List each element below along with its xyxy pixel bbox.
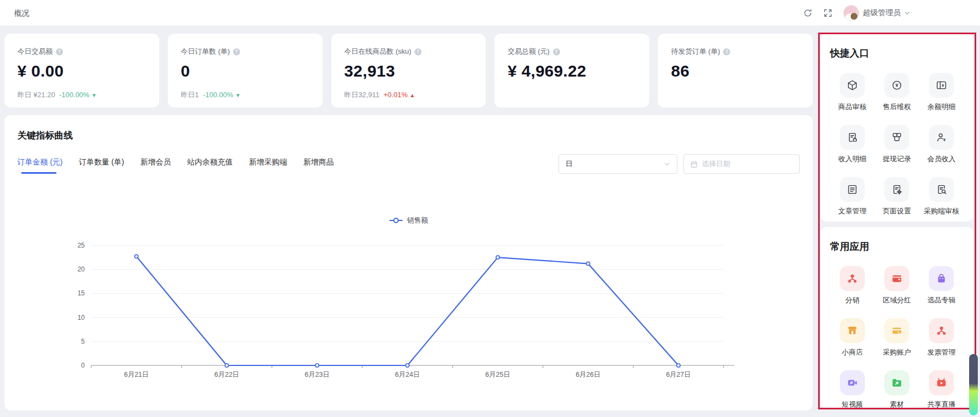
quick-entry-income-detail[interactable]: 收入明细 — [838, 125, 866, 164]
quick-entry-withdraw-records[interactable]: ¥ 提现记录 — [883, 125, 911, 164]
svg-text:¥: ¥ — [896, 133, 898, 137]
bag-glyph — [929, 266, 954, 291]
withdraw-icon: ¥ — [884, 125, 909, 150]
stat-value: ¥ 0.00 — [17, 62, 146, 80]
scrollbar-thumb[interactable] — [969, 354, 978, 415]
key-metrics-card: 关键指标曲线 订单金额 (元)订单数量 (单)新增会员站内余额充值新增采购端新增… — [4, 115, 813, 410]
quick-entry-label: 会员收入 — [927, 154, 956, 164]
quick-entry-article-manage[interactable]: 文章管理 — [838, 177, 866, 216]
svg-text:6月24日: 6月24日 — [395, 371, 420, 378]
tab-metric-2[interactable]: 新增会员 — [140, 157, 171, 174]
refresh-icon[interactable] — [803, 8, 813, 18]
app-label: 选品专辑 — [927, 295, 956, 305]
app-material[interactable]: 素材 — [884, 370, 909, 409]
tv-glyph — [929, 370, 954, 395]
app-label: 采购账户 — [883, 348, 911, 357]
store-glyph — [840, 318, 865, 343]
legend-label: 销售额 — [407, 216, 428, 225]
app-selection-album[interactable]: 选品专辑 — [927, 266, 956, 305]
app-label: 小商店 — [842, 348, 863, 357]
info-icon[interactable]: ! — [723, 48, 730, 55]
quick-entry-purchase-audit[interactable]: 采购端审核 — [924, 177, 959, 216]
app-label: 短视频 — [842, 400, 863, 409]
quick-entry-aftersale-rights[interactable]: ¥ 售后维权 — [883, 73, 911, 112]
topbar-actions: 超级管理员 — [803, 0, 910, 26]
info-icon[interactable]: ! — [414, 48, 422, 55]
svg-text:6月21日: 6月21日 — [124, 371, 149, 378]
info-icon[interactable]: ! — [56, 48, 63, 55]
doc-gear-icon — [884, 177, 909, 202]
app-invoice-manage[interactable]: 发票管理 — [927, 318, 956, 357]
tab-metric-3[interactable]: 站内余额充值 — [187, 157, 233, 174]
share-glyph — [929, 318, 954, 343]
info-icon[interactable]: ! — [553, 48, 560, 55]
stat-cards-row: 今日交易额 ! ¥ 0.00昨日 ¥21.20 -100.00% ▼ 今日订单数… — [4, 34, 813, 108]
right-panel: 快捷入口 商品审核¥ 售后维权¥ 余额明细 收入明细¥ 提现记录¥ 会员收入 文… — [820, 34, 973, 409]
stat-label: 交易总额 (元) ! — [507, 47, 636, 56]
date-placeholder: 选择日期 — [702, 159, 730, 169]
svg-text:6月22日: 6月22日 — [214, 371, 239, 378]
app-shared-live[interactable]: 共享直播 — [927, 370, 956, 409]
period-select-value: 日 — [566, 159, 573, 169]
video-glyph — [840, 370, 865, 395]
chevron-down-icon — [904, 10, 910, 16]
quick-entry-page-settings[interactable]: 页面设置 — [883, 177, 911, 216]
app-label: 素材 — [890, 400, 904, 409]
date-picker-input[interactable]: 选择日期 — [683, 154, 800, 174]
app-region-dividend[interactable]: 区域分红 — [883, 266, 911, 305]
svg-text:0: 0 — [81, 362, 85, 369]
cube-icon — [840, 73, 865, 98]
tab-metric-1[interactable]: 订单数量 (单) — [79, 157, 124, 174]
app-label: 共享直播 — [927, 400, 956, 409]
quick-entry-label: 商品审核 — [838, 102, 866, 112]
svg-text:25: 25 — [78, 242, 85, 249]
page-title: 概况 — [14, 9, 29, 18]
quick-entry-balance-detail[interactable]: ¥ 余额明细 — [927, 73, 956, 112]
quick-entry-card: 快捷入口 商品审核¥ 售后维权¥ 余额明细 收入明细¥ 提现记录¥ 会员收入 文… — [820, 34, 973, 222]
svg-text:¥: ¥ — [942, 83, 945, 88]
period-select[interactable]: 日 — [558, 154, 677, 174]
app-short-video[interactable]: 短视频 — [840, 370, 865, 409]
tab-metric-0[interactable]: 订单金额 (元) — [17, 157, 62, 174]
stat-label: 待发货订单 (单) ! — [671, 47, 800, 56]
app-label: 区域分红 — [883, 295, 911, 305]
stat-label: 今日交易额 ! — [17, 47, 146, 56]
app-purchase-account[interactable]: 采购账户 — [883, 318, 911, 357]
quick-entry-goods-audit[interactable]: 商品审核 — [838, 73, 866, 112]
svg-text:¥: ¥ — [896, 83, 899, 88]
calendar-icon — [690, 160, 698, 168]
quick-entry-label: 收入明细 — [838, 154, 866, 164]
quick-entry-label: 文章管理 — [838, 206, 866, 216]
svg-text:6月23日: 6月23日 — [305, 371, 330, 378]
legend-marker-icon — [389, 217, 403, 224]
svg-text:6月25日: 6月25日 — [485, 371, 510, 378]
quick-entry-grid: 商品审核¥ 售后维权¥ 余额明细 收入明细¥ 提现记录¥ 会员收入 文章管理 页… — [830, 73, 964, 216]
legend-item-sales[interactable]: 销售额 — [389, 216, 428, 225]
app-distribution[interactable]: 分销 — [840, 266, 865, 305]
common-apps-card: 常用应用 分销 区域分红 选品专辑 小商店 采购账户 发票管理 短视频 素材 共… — [820, 227, 973, 409]
metric-tabs: 订单金额 (元)订单数量 (单)新增会员站内余额充值新增采购端新增商品 — [17, 157, 334, 174]
stat-card-pending-ship-orders: 待发货订单 (单) ! 86 — [658, 34, 813, 108]
app-label: 分销 — [845, 295, 859, 305]
svg-text:6月27日: 6月27日 — [666, 371, 691, 378]
quick-entry-label: 售后维权 — [883, 102, 911, 112]
svg-text:¥: ¥ — [943, 137, 946, 142]
stat-value: 32,913 — [344, 62, 473, 80]
app-mini-shop[interactable]: 小商店 — [840, 318, 865, 357]
avatar[interactable] — [843, 5, 859, 21]
stat-value: ¥ 4,969.22 — [507, 62, 636, 80]
info-icon[interactable]: ! — [233, 48, 240, 55]
stat-sub: 昨日 ¥21.20 -100.00% ▼ — [17, 90, 146, 100]
quick-entry-label: 采购端审核 — [924, 206, 959, 216]
quick-entry-member-income[interactable]: ¥ 会员收入 — [927, 125, 956, 164]
common-apps-grid: 分销 区域分红 选品专辑 小商店 采购账户 发票管理 短视频 素材 共享直播 — [830, 266, 964, 409]
stat-value: 0 — [181, 62, 310, 80]
tab-metric-4[interactable]: 新增采购端 — [249, 157, 287, 174]
chart-legend: 销售额 — [4, 216, 813, 225]
stat-change: -100.00% ▼ — [59, 91, 97, 99]
user-menu[interactable]: 超级管理员 — [843, 5, 910, 21]
fullscreen-icon[interactable] — [823, 8, 833, 18]
svg-text:6月26日: 6月26日 — [576, 371, 601, 378]
stat-change: -100.00% ▼ — [203, 91, 241, 99]
tab-metric-5[interactable]: 新增商品 — [303, 157, 334, 174]
